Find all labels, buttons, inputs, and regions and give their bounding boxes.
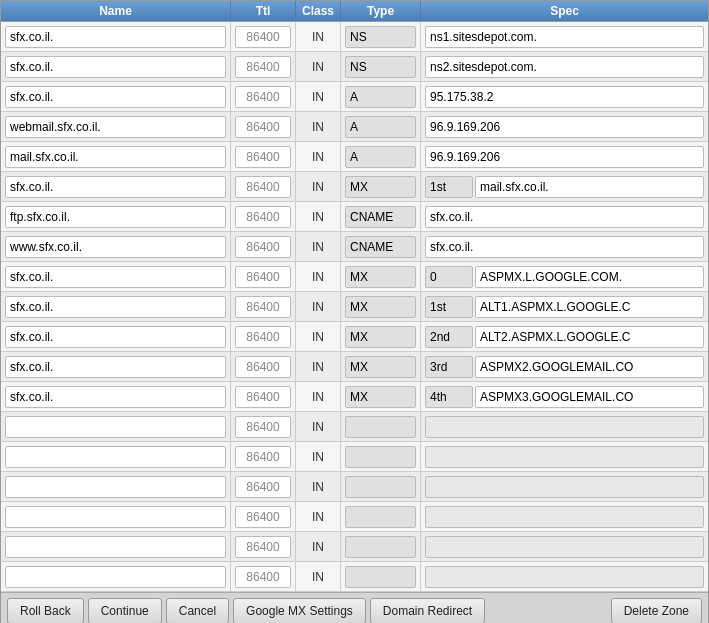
class-label: IN [312, 90, 324, 104]
ttl-input[interactable] [235, 536, 291, 558]
name-input[interactable] [5, 536, 226, 558]
ttl-input[interactable] [235, 476, 291, 498]
spec-input[interactable] [425, 56, 704, 78]
table-row: INNSAMXCNAMETXTAAAASRV [1, 82, 708, 112]
class-label: IN [312, 150, 324, 164]
spec-input[interactable] [425, 506, 704, 528]
name-input[interactable] [5, 86, 226, 108]
type-select[interactable]: NSAMXCNAMETXTAAAASRV [346, 327, 415, 347]
spec-input[interactable] [475, 386, 704, 408]
table-row: INNSAMXCNAMETXTAAAASRV [1, 232, 708, 262]
type-select[interactable]: NSAMXCNAMETXTAAAASRV [346, 447, 415, 467]
name-input[interactable] [5, 476, 226, 498]
spec-input[interactable] [425, 416, 704, 438]
spec-input[interactable] [425, 26, 704, 48]
name-input[interactable] [5, 266, 226, 288]
type-select[interactable]: NSAMXCNAMETXTAAAASRV [346, 507, 415, 527]
name-input[interactable] [5, 566, 226, 588]
spec-input[interactable] [475, 296, 704, 318]
google-mx-button[interactable]: Google MX Settings [233, 598, 366, 623]
name-input[interactable] [5, 386, 226, 408]
type-select[interactable]: NSAMXCNAMETXTAAAASRV [346, 477, 415, 497]
domain-redirect-button[interactable]: Domain Redirect [370, 598, 485, 623]
class-label: IN [312, 510, 324, 524]
name-input[interactable] [5, 326, 226, 348]
spec-input[interactable] [425, 86, 704, 108]
spec-input[interactable] [425, 146, 704, 168]
class-label: IN [312, 480, 324, 494]
name-input[interactable] [5, 206, 226, 228]
spec-input[interactable] [425, 536, 704, 558]
ttl-input[interactable] [235, 266, 291, 288]
footer-bar: Roll Back Continue Cancel Google MX Sett… [1, 592, 708, 623]
type-select[interactable]: NSAMXCNAMETXTAAAASRV [346, 387, 415, 407]
name-input[interactable] [5, 116, 226, 138]
type-select[interactable]: NSAMXCNAMETXTAAAASRV [346, 357, 415, 377]
type-select[interactable]: NSAMXCNAMETXTAAAASRV [346, 27, 415, 47]
type-select[interactable]: NSAMXCNAMETXTAAAASRV [346, 537, 415, 557]
name-input[interactable] [5, 356, 226, 378]
spec-input[interactable] [425, 446, 704, 468]
name-input[interactable] [5, 506, 226, 528]
name-input[interactable] [5, 176, 226, 198]
priority-select[interactable]: 01st2nd3rd4th5th10th [426, 387, 472, 407]
type-select[interactable]: NSAMXCNAMETXTAAAASRV [346, 267, 415, 287]
ttl-input[interactable] [235, 176, 291, 198]
ttl-input[interactable] [235, 236, 291, 258]
ttl-input[interactable] [235, 506, 291, 528]
ttl-input[interactable] [235, 86, 291, 108]
ttl-input[interactable] [235, 386, 291, 408]
priority-select[interactable]: 01st2nd3rd4th5th10th [426, 297, 472, 317]
class-label: IN [312, 240, 324, 254]
type-select[interactable]: NSAMXCNAMETXTAAAASRV [346, 297, 415, 317]
priority-select[interactable]: 01st2nd3rd4th5th10th [426, 327, 472, 347]
ttl-input[interactable] [235, 146, 291, 168]
name-input[interactable] [5, 146, 226, 168]
ttl-input[interactable] [235, 206, 291, 228]
spec-input[interactable] [475, 326, 704, 348]
type-select[interactable]: NSAMXCNAMETXTAAAASRV [346, 87, 415, 107]
priority-select[interactable]: 01st2nd3rd4th5th10th [426, 267, 472, 287]
name-input[interactable] [5, 416, 226, 438]
type-select[interactable]: NSAMXCNAMETXTAAAASRV [346, 117, 415, 137]
spec-input[interactable] [425, 566, 704, 588]
type-select[interactable]: NSAMXCNAMETXTAAAASRV [346, 207, 415, 227]
ttl-input[interactable] [235, 56, 291, 78]
ttl-input[interactable] [235, 26, 291, 48]
spec-input[interactable] [475, 356, 704, 378]
name-input[interactable] [5, 56, 226, 78]
continue-button[interactable]: Continue [88, 598, 162, 623]
priority-select[interactable]: 01st2nd3rd4th5th10th [426, 177, 472, 197]
priority-select[interactable]: 01st2nd3rd4th5th10th [426, 357, 472, 377]
spec-input[interactable] [425, 116, 704, 138]
spec-input[interactable] [475, 176, 704, 198]
delete-zone-button[interactable]: Delete Zone [611, 598, 702, 623]
type-select[interactable]: NSAMXCNAMETXTAAAASRV [346, 147, 415, 167]
name-input[interactable] [5, 446, 226, 468]
rollback-button[interactable]: Roll Back [7, 598, 84, 623]
header-ttl: Ttl [231, 1, 296, 21]
type-select[interactable]: NSAMXCNAMETXTAAAASRV [346, 417, 415, 437]
type-select[interactable]: NSAMXCNAMETXTAAAASRV [346, 177, 415, 197]
ttl-input[interactable] [235, 446, 291, 468]
spec-input[interactable] [475, 266, 704, 288]
spec-input[interactable] [425, 206, 704, 228]
ttl-input[interactable] [235, 326, 291, 348]
spec-input[interactable] [425, 476, 704, 498]
class-label: IN [312, 540, 324, 554]
type-select[interactable]: NSAMXCNAMETXTAAAASRV [346, 237, 415, 257]
type-select[interactable]: NSAMXCNAMETXTAAAASRV [346, 567, 415, 587]
ttl-input[interactable] [235, 116, 291, 138]
ttl-input[interactable] [235, 566, 291, 588]
spec-input[interactable] [425, 236, 704, 258]
type-select[interactable]: NSAMXCNAMETXTAAAASRV [346, 57, 415, 77]
class-label: IN [312, 210, 324, 224]
ttl-input[interactable] [235, 296, 291, 318]
name-input[interactable] [5, 26, 226, 48]
name-input[interactable] [5, 236, 226, 258]
header-spec: Spec [421, 1, 708, 21]
ttl-input[interactable] [235, 356, 291, 378]
name-input[interactable] [5, 296, 226, 318]
ttl-input[interactable] [235, 416, 291, 438]
cancel-button[interactable]: Cancel [166, 598, 229, 623]
